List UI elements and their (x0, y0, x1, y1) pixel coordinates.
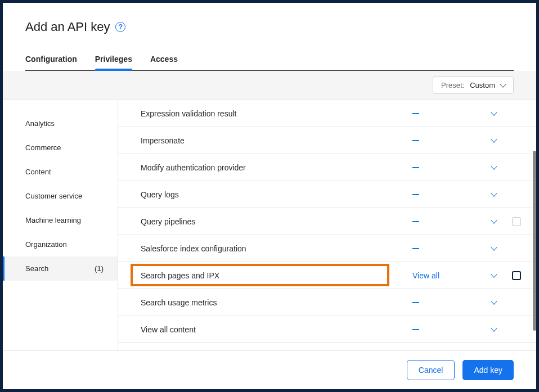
privilege-checkbox[interactable] (512, 271, 521, 280)
privilege-label: Expression validation result (141, 109, 412, 118)
sidebar-item-label: Search (25, 264, 48, 273)
privilege-row: Salesforce index configuration (118, 235, 536, 262)
privilege-access-dropdown[interactable] (480, 112, 508, 115)
privilege-row: Search usage metrics (118, 289, 536, 316)
privilege-label: Query logs (141, 190, 412, 199)
privilege-access-dropdown[interactable] (480, 193, 508, 196)
chevron-down-icon (491, 298, 497, 304)
tab-access[interactable]: Access (150, 50, 178, 70)
privilege-row: View all content (118, 316, 536, 343)
sidebar-item-count: (1) (95, 264, 106, 273)
sidebar-item-analytics[interactable]: Analytics (3, 111, 118, 136)
sidebar-item-content[interactable]: Content (3, 160, 118, 184)
privilege-access-value[interactable] (412, 140, 480, 141)
scrollbar-track[interactable] (532, 100, 536, 350)
privilege-label: View all content (141, 325, 412, 334)
sidebar-item-organization[interactable]: Organization (3, 232, 118, 256)
privilege-access-value[interactable] (412, 302, 480, 303)
preset-select[interactable]: Preset: Custom (433, 76, 514, 94)
tab-bar: Configuration Privileges Access (25, 50, 514, 71)
privilege-label: Modify authentication provider (141, 163, 412, 172)
help-icon[interactable]: ? (115, 22, 125, 32)
sidebar-item-label: Content (25, 168, 51, 176)
chevron-down-icon (491, 325, 497, 331)
privilege-row: Query logs (118, 181, 536, 208)
chevron-down-icon (491, 271, 497, 277)
sidebar-item-search[interactable]: Search (1) (3, 256, 118, 281)
sidebar-item-label: Analytics (25, 119, 55, 128)
sidebar-item-commerce[interactable]: Commerce (3, 136, 118, 160)
privilege-access-value[interactable]: View all (412, 271, 480, 280)
privilege-row: Modify authentication provider (118, 154, 536, 181)
privilege-row: Expression validation result (118, 100, 536, 127)
privileges-list: Expression validation resultImpersonateM… (118, 100, 536, 350)
privilege-label: Search pages and IPX (141, 271, 412, 280)
privilege-access-value[interactable] (412, 248, 480, 249)
preset-toolbar: Preset: Custom (3, 71, 536, 100)
privilege-checkbox[interactable] (512, 217, 521, 226)
privilege-access-value[interactable] (412, 113, 480, 114)
sidebar-item-customer-service[interactable]: Customer service (3, 184, 118, 208)
chevron-down-icon (491, 244, 497, 250)
privilege-access-value[interactable] (412, 194, 480, 195)
privilege-access-dropdown[interactable] (480, 139, 508, 142)
privilege-label: Salesforce index configuration (141, 244, 412, 253)
privilege-row: Search pages and IPXView all (118, 262, 536, 289)
chevron-down-icon (491, 190, 497, 196)
tab-privileges[interactable]: Privileges (95, 50, 132, 70)
footer-actions: Cancel Add key (3, 350, 536, 389)
sidebar-item-label: Customer service (25, 192, 82, 200)
privilege-access-value[interactable] (412, 329, 480, 330)
privilege-access-value[interactable] (412, 167, 480, 168)
chevron-down-icon (491, 217, 497, 223)
privilege-access-value[interactable] (412, 221, 480, 222)
privilege-access-dropdown[interactable] (480, 301, 508, 304)
sidebar-item-machine-learning[interactable]: Machine learning (3, 208, 118, 232)
privilege-access-dropdown[interactable] (480, 247, 508, 250)
sidebar-item-label: Commerce (25, 143, 61, 152)
preset-value: Custom (470, 81, 495, 89)
cancel-button[interactable]: Cancel (407, 360, 455, 380)
privilege-checkbox-cell (508, 271, 525, 280)
category-sidebar: Analytics Commerce Content Customer serv… (3, 100, 118, 350)
privilege-checkbox-cell (508, 217, 525, 226)
privilege-label: Query pipelines (141, 217, 412, 226)
chevron-down-icon (500, 81, 506, 87)
privilege-access-dropdown[interactable] (480, 328, 508, 331)
privilege-label: Impersonate (141, 136, 412, 145)
add-key-button[interactable]: Add key (462, 360, 514, 380)
chevron-down-icon (491, 163, 497, 169)
privilege-access-dropdown[interactable] (480, 274, 508, 277)
scrollbar-thumb[interactable] (533, 151, 536, 331)
privilege-row: Impersonate (118, 127, 536, 154)
chevron-down-icon (491, 136, 497, 142)
page-title: Add an API key (25, 20, 110, 34)
privilege-row: Query pipelines (118, 208, 536, 235)
privilege-label: Search usage metrics (141, 298, 412, 307)
sidebar-item-label: Machine learning (25, 216, 81, 224)
chevron-down-icon (491, 109, 497, 115)
sidebar-item-label: Organization (25, 240, 67, 249)
tab-configuration[interactable]: Configuration (25, 50, 77, 70)
preset-label: Preset: (441, 81, 464, 89)
privilege-access-dropdown[interactable] (480, 220, 508, 223)
privilege-access-dropdown[interactable] (480, 166, 508, 169)
